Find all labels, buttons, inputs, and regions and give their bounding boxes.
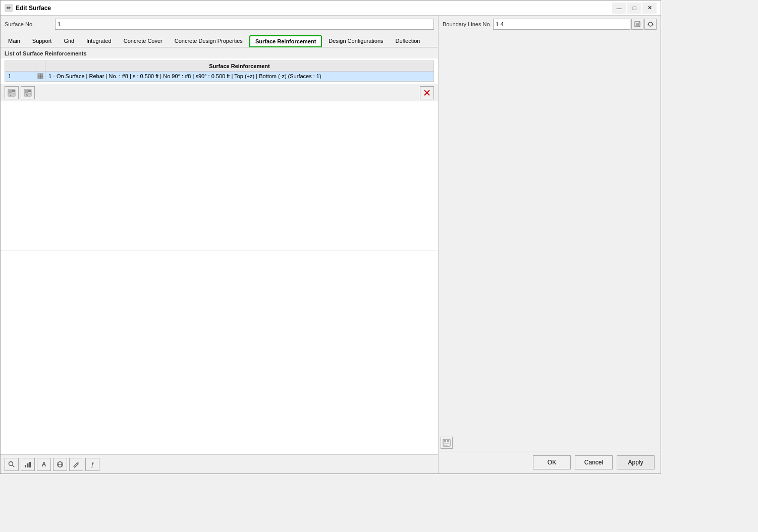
svg-rect-29 xyxy=(444,440,446,442)
svg-rect-18 xyxy=(27,463,29,467)
edit-reinforcement-button[interactable]: ✎ xyxy=(21,86,35,99)
status-function-button[interactable]: ƒ xyxy=(85,458,99,471)
status-bar: A ƒ xyxy=(1,454,438,474)
svg-rect-9 xyxy=(25,90,28,93)
surface-no-row: Surface No. xyxy=(1,16,438,33)
tab-design-configurations[interactable]: Design Configurations xyxy=(323,35,389,47)
boundary-lines-row: Boundary Lines No. xyxy=(439,16,661,33)
svg-marker-27 xyxy=(647,23,648,25)
delete-reinforcement-button[interactable] xyxy=(420,86,434,99)
svg-point-15 xyxy=(9,461,13,465)
status-chart-button[interactable] xyxy=(21,458,35,471)
svg-rect-5 xyxy=(12,90,15,92)
svg-line-16 xyxy=(13,465,15,467)
col-icon-header xyxy=(35,61,45,71)
svg-text:+: + xyxy=(10,94,12,97)
tab-surface-reinforcement[interactable]: Surface Reinforcement xyxy=(249,35,322,47)
right-panel-icon-button[interactable] xyxy=(441,437,453,449)
cancel-button[interactable]: Cancel xyxy=(575,455,613,469)
window-icon: ✏ xyxy=(5,4,13,12)
svg-rect-19 xyxy=(29,462,31,467)
table-toolbar: + ✎ xyxy=(1,84,438,101)
row-num: 1 xyxy=(5,72,35,81)
right-panel: Boundary Lines No. xyxy=(439,16,661,474)
svg-rect-31 xyxy=(444,443,449,444)
tab-grid[interactable]: Grid xyxy=(58,35,80,47)
lower-content-area xyxy=(1,251,438,454)
tab-content-area: List of Surface Reinforcements Surface R… xyxy=(1,47,438,251)
tab-concrete-cover[interactable]: Concrete Cover xyxy=(118,35,168,47)
row-value: 1 - On Surface | Rebar | No. : #8 | s : … xyxy=(45,72,434,81)
footer-buttons: OK Cancel Apply xyxy=(439,451,661,474)
tab-deflection[interactable]: Deflection xyxy=(390,35,426,47)
svg-text:✎: ✎ xyxy=(26,94,28,97)
table-header: Surface Reinforcement xyxy=(5,61,434,72)
tab-main[interactable]: Main xyxy=(3,35,26,47)
svg-rect-4 xyxy=(9,90,12,93)
boundary-lines-input[interactable] xyxy=(493,19,630,30)
apply-button[interactable]: Apply xyxy=(617,455,655,469)
boundary-lines-select-button[interactable] xyxy=(631,19,643,30)
col-main-header: Surface Reinforcement xyxy=(45,61,434,71)
boundary-lines-label: Boundary Lines No. xyxy=(443,21,493,27)
status-pencil-button[interactable] xyxy=(69,458,83,471)
tab-support[interactable]: Support xyxy=(27,35,58,47)
surface-no-input[interactable] xyxy=(55,19,434,30)
maximize-button[interactable]: □ xyxy=(627,3,641,14)
row-icon xyxy=(35,72,45,81)
col-num-header xyxy=(5,61,35,71)
svg-rect-10 xyxy=(28,90,31,92)
status-search-button[interactable] xyxy=(5,458,19,471)
svg-rect-17 xyxy=(25,465,26,467)
table-row[interactable]: 1 1 - On Surface | Rebar | No. : #8 | s … xyxy=(5,72,434,81)
status-globe-button[interactable] xyxy=(53,458,67,471)
list-section-title: List of Surface Reinforcements xyxy=(1,47,438,58)
title-bar: ✏ Edit Surface — □ ✕ xyxy=(1,1,661,16)
surface-no-label: Surface No. xyxy=(5,21,55,27)
boundary-lines-refresh-button[interactable] xyxy=(644,19,657,30)
window-title: Edit Surface xyxy=(16,5,51,12)
reinforcements-table: Surface Reinforcement 1 1 - On Surface |… xyxy=(5,61,434,82)
minimize-button[interactable]: — xyxy=(612,3,626,14)
svg-rect-32 xyxy=(444,445,448,446)
tab-concrete-design-props[interactable]: Concrete Design Properties xyxy=(169,35,248,47)
close-button[interactable]: ✕ xyxy=(642,3,657,14)
right-content-area xyxy=(439,33,661,435)
title-controls: — □ ✕ xyxy=(612,3,657,14)
ok-button[interactable]: OK xyxy=(533,455,571,469)
add-reinforcement-button[interactable]: + xyxy=(5,86,19,99)
right-panel-bottom xyxy=(439,435,661,451)
status-text-button[interactable]: A xyxy=(37,458,51,471)
svg-rect-24 xyxy=(636,23,639,26)
tabs-bar: Main Support Grid Integrated Concrete Co… xyxy=(1,33,438,47)
svg-rect-30 xyxy=(447,440,449,442)
tab-integrated[interactable]: Integrated xyxy=(81,35,117,47)
